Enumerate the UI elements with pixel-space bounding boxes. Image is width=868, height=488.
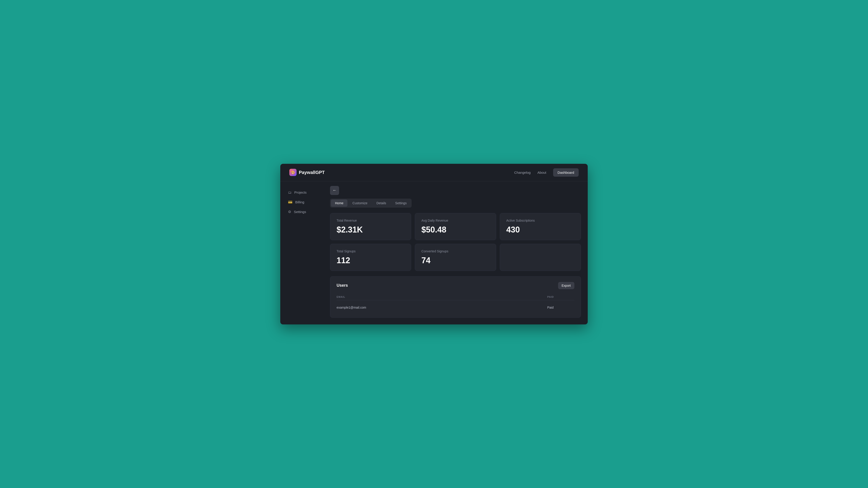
back-button[interactable]: ← — [330, 186, 339, 195]
cell-paid: Paid — [547, 306, 575, 309]
main-layout: 🗂 Projects 💳 Billing ⚙ Settings ← Home C… — [280, 182, 588, 324]
sidebar-item-projects[interactable]: 🗂 Projects — [285, 188, 321, 197]
logo-icon: 🎨 — [289, 169, 297, 176]
stats-grid-bottom: Total Signups 112 Converted Signups 74 — [330, 244, 581, 271]
stat-card-active-subscriptions: Active Subscriptions 430 — [500, 213, 581, 240]
stat-label-avg-daily-revenue: Avg Daily Revenue — [421, 219, 489, 222]
header-nav: Changelog About Dashboard — [514, 168, 579, 177]
billing-icon: 💳 — [288, 200, 292, 204]
dashboard-button[interactable]: Dashboard — [553, 168, 579, 177]
sidebar-item-billing[interactable]: 💳 Billing — [285, 198, 321, 206]
stat-label-converted-signups: Converted Signups — [421, 250, 489, 253]
sidebar-item-label-billing: Billing — [295, 200, 304, 204]
tab-bar: Home Customize Details Settings — [330, 199, 412, 207]
stat-card-converted-signups: Converted Signups 74 — [415, 244, 496, 271]
about-link[interactable]: About — [537, 170, 546, 174]
export-button[interactable]: Export — [558, 282, 575, 289]
stat-label-total-signups: Total Signups — [337, 250, 405, 253]
stats-grid-top: Total Revenue $2.31K Avg Daily Revenue $… — [330, 213, 581, 240]
projects-icon: 🗂 — [288, 191, 291, 195]
logo-area: 🎨 PaywallGPT — [289, 169, 325, 176]
changelog-link[interactable]: Changelog — [514, 170, 531, 174]
settings-icon: ⚙ — [288, 210, 291, 214]
stat-label-active-subscriptions: Active Subscriptions — [506, 219, 575, 222]
tab-details[interactable]: Details — [373, 199, 391, 207]
stat-card-avg-daily-revenue: Avg Daily Revenue $50.48 — [415, 213, 496, 240]
users-header: Users Export — [337, 282, 575, 289]
app-window: 🎨 PaywallGPT Changelog About Dashboard 🗂… — [280, 164, 588, 324]
tab-customize[interactable]: Customize — [348, 199, 371, 207]
sidebar-item-label-projects: Projects — [294, 191, 307, 194]
tab-settings[interactable]: Settings — [391, 199, 411, 207]
stat-card-total-signups: Total Signups 112 — [330, 244, 411, 271]
app-title: PaywallGPT — [299, 170, 325, 175]
table-header: EMAIL PAID — [337, 294, 575, 300]
column-email: EMAIL — [337, 295, 547, 298]
stat-label-total-revenue: Total Revenue — [337, 219, 405, 222]
cell-email: example1@mail.com — [337, 306, 547, 309]
sidebar-item-label-settings: Settings — [294, 210, 306, 214]
stat-value-avg-daily-revenue: $50.48 — [421, 225, 489, 234]
stat-value-total-signups: 112 — [337, 256, 405, 265]
table-row: example1@mail.com Paid — [337, 303, 575, 312]
tab-home[interactable]: Home — [331, 199, 347, 207]
stat-card-empty — [500, 244, 581, 271]
stat-value-active-subscriptions: 430 — [506, 225, 575, 234]
sidebar-item-settings[interactable]: ⚙ Settings — [285, 207, 321, 216]
stat-card-total-revenue: Total Revenue $2.31K — [330, 213, 411, 240]
stat-value-total-revenue: $2.31K — [337, 225, 405, 234]
sidebar: 🗂 Projects 💳 Billing ⚙ Settings — [280, 182, 326, 324]
users-title: Users — [337, 283, 348, 288]
column-paid: PAID — [547, 295, 575, 298]
header: 🎨 PaywallGPT Changelog About Dashboard — [280, 164, 588, 182]
content-area: ← Home Customize Details Settings Total … — [326, 182, 588, 324]
stat-value-converted-signups: 74 — [421, 256, 489, 265]
users-section: Users Export EMAIL PAID example1@mail.co… — [330, 276, 581, 318]
